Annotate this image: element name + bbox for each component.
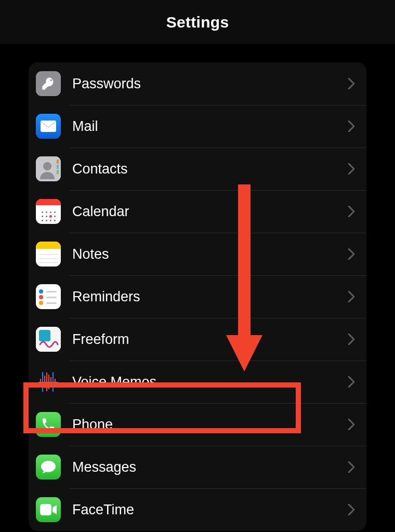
- svg-rect-3: [57, 159, 59, 164]
- list-item-calendar[interactable]: Calendar: [29, 190, 366, 233]
- list-item-passwords[interactable]: Passwords: [29, 62, 366, 105]
- list-item-notes[interactable]: Notes: [29, 233, 366, 275]
- chevron-right-icon: [348, 419, 355, 430]
- messages-icon: [36, 455, 61, 480]
- svg-rect-7: [39, 330, 50, 341]
- svg-point-2: [43, 162, 51, 170]
- chevron-right-icon: [348, 206, 355, 217]
- list-item-messages[interactable]: Messages: [29, 446, 366, 488]
- chevron-right-icon: [348, 334, 355, 345]
- facetime-icon: [36, 497, 61, 522]
- settings-list: Passwords Mail Contacts: [29, 62, 366, 531]
- list-item-label: Phone: [72, 417, 348, 433]
- list-item-label: Freeform: [72, 331, 348, 348]
- list-item-freeform[interactable]: Freeform: [29, 318, 366, 361]
- list-item-label: Contacts: [72, 161, 348, 177]
- chevron-right-icon: [348, 121, 355, 132]
- key-icon: [36, 71, 61, 96]
- phone-icon: [36, 412, 61, 437]
- list-item-label: Voice Memos: [72, 374, 348, 390]
- list-item-label: Messages: [72, 459, 348, 475]
- svg-rect-5: [57, 170, 59, 174]
- list-item-label: Reminders: [72, 289, 348, 305]
- list-item-mail[interactable]: Mail: [29, 105, 366, 148]
- list-item-label: Passwords: [72, 76, 348, 92]
- header: Settings: [0, 0, 395, 44]
- list-item-reminders[interactable]: Reminders: [29, 275, 366, 318]
- list-item-phone[interactable]: Phone: [29, 403, 366, 446]
- chevron-right-icon: [348, 163, 355, 175]
- list-item-contacts[interactable]: Contacts: [29, 148, 366, 190]
- chevron-right-icon: [348, 376, 355, 388]
- settings-list-container: Passwords Mail Contacts: [0, 44, 395, 531]
- svg-rect-0: [41, 121, 56, 132]
- list-item-voicememos[interactable]: Voice Memos: [29, 361, 366, 403]
- svg-rect-8: [40, 504, 51, 515]
- page-title: Settings: [166, 14, 229, 31]
- chevron-right-icon: [348, 461, 355, 473]
- chevron-right-icon: [348, 248, 355, 260]
- mail-icon: [36, 114, 61, 139]
- chevron-right-icon: [348, 291, 355, 302]
- reminders-icon: [36, 284, 61, 309]
- list-item-label: Notes: [72, 246, 348, 262]
- freeform-icon: [36, 327, 61, 352]
- list-item-label: Calendar: [72, 204, 348, 220]
- chevron-right-icon: [348, 504, 355, 515]
- notes-icon: [36, 242, 61, 267]
- list-item-facetime[interactable]: FaceTime: [29, 488, 366, 531]
- voicememos-icon: [36, 369, 61, 394]
- chevron-right-icon: [348, 78, 355, 89]
- svg-rect-4: [57, 165, 59, 169]
- list-item-label: FaceTime: [72, 502, 348, 518]
- calendar-icon: [36, 199, 61, 224]
- list-item-label: Mail: [72, 118, 348, 135]
- contacts-icon: [36, 156, 61, 181]
